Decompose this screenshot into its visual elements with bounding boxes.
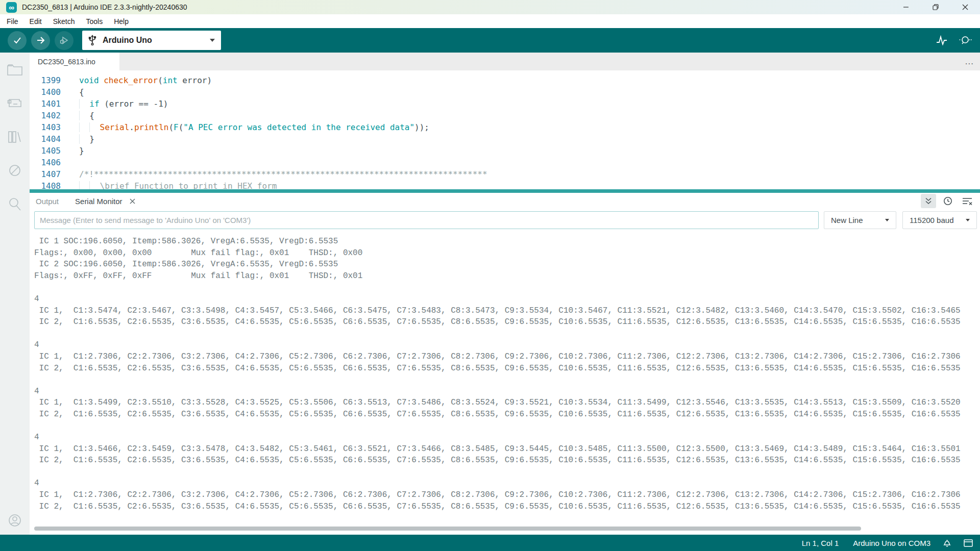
toolbar: Arduino Uno	[0, 28, 980, 53]
clear-output-button[interactable]	[960, 194, 975, 208]
serial-output-line: IC 2 SOC:196.6050, Itemp:586.3026, VregA…	[34, 259, 980, 270]
code-text: {	[61, 110, 94, 121]
line-ending-dropdown[interactable]: New Line	[824, 211, 896, 229]
code-editor[interactable]: 1399void check_error(int error)1400{1401…	[30, 70, 980, 189]
code-line: 1407/*!*********************************…	[30, 168, 980, 180]
tab-overflow-button[interactable]: ...	[965, 53, 974, 70]
serial-output-line: IC 1 SOC:196.6050, Itemp:586.3026, VregA…	[34, 236, 980, 247]
serial-output-line: Flags:, 0x00, 0x00, 0x00 Mux fail flag:,…	[34, 247, 980, 259]
search-icon	[8, 197, 22, 211]
bell-icon	[943, 538, 951, 547]
cursor-position: Ln 1, Col 1	[802, 539, 839, 547]
arduino-logo-icon: ∞	[6, 2, 17, 13]
minimize-button[interactable]	[891, 0, 921, 14]
restore-button[interactable]	[921, 0, 950, 14]
horizontal-scrollbar[interactable]	[34, 527, 861, 531]
restore-icon	[933, 4, 939, 10]
serial-output-line: 4	[34, 386, 980, 397]
close-serial-monitor-button[interactable]	[130, 198, 135, 204]
minimize-icon	[903, 4, 909, 10]
line-number: 1406	[30, 157, 61, 168]
toggle-panel-button[interactable]	[964, 539, 973, 547]
code-text: /*!*************************************…	[61, 168, 487, 180]
sidebar-item-sketchbook[interactable]	[0, 53, 30, 86]
code-line: 1404 }	[30, 133, 980, 145]
usb-icon	[88, 35, 96, 46]
serial-plotter-button[interactable]	[933, 32, 950, 49]
serial-output-line	[34, 466, 980, 478]
tab-serial-monitor-label: Serial Monitor	[75, 197, 122, 206]
notifications-button[interactable]	[943, 538, 951, 547]
serial-output-line: IC 1, C1:2.7306, C2:2.7306, C3:2.7306, C…	[34, 351, 980, 363]
code-text: void check_error(int error)	[61, 74, 212, 86]
serial-monitor-button[interactable]	[957, 32, 974, 49]
panel-resize-handle[interactable]	[30, 189, 980, 193]
serial-output-line: 4	[34, 293, 980, 305]
serial-output-line: 4	[34, 478, 980, 489]
code-line: 1408 \brief Function to print in HEX for…	[30, 180, 980, 189]
code-line: 1399void check_error(int error)	[30, 74, 980, 86]
code-text	[61, 157, 79, 168]
window-title: DC2350_6813 | Arduino IDE 2.3.3-nightly-…	[22, 3, 187, 11]
status-bar: Ln 1, Col 1 Arduino Uno on COM3	[0, 535, 980, 551]
sidebar-item-account[interactable]	[0, 509, 30, 532]
verify-button[interactable]	[8, 31, 27, 50]
line-number: 1402	[30, 110, 61, 121]
baud-rate-dropdown[interactable]: 115200 baud	[902, 211, 977, 229]
clock-icon	[943, 196, 952, 206]
serial-output-line	[34, 328, 980, 340]
menu-item-sketch[interactable]: Sketch	[47, 14, 81, 28]
tab-output[interactable]: Output	[36, 197, 59, 206]
sidebar-item-boards-manager[interactable]	[0, 86, 30, 120]
content-area: DC2350_6813.ino ... 1399void check_error…	[30, 53, 980, 535]
serial-output-line: 4	[34, 339, 980, 351]
folder-icon	[7, 62, 23, 77]
clear-output-icon	[962, 197, 972, 205]
serial-output-area[interactable]: IC 1 SOC:196.6050, Itemp:586.3026, VregA…	[34, 236, 980, 521]
arrow-right-icon	[36, 36, 45, 45]
debug-icon	[59, 35, 69, 45]
sidebar-item-search[interactable]	[0, 187, 30, 221]
line-number: 1408	[30, 180, 61, 189]
sidebar-item-debug[interactable]	[0, 154, 30, 187]
board-port-status[interactable]: Arduino Uno on COM3	[853, 539, 930, 547]
toggle-autoscroll-button[interactable]	[921, 194, 936, 208]
serial-output-line: IC 2, C1:6.5535, C2:6.5535, C3:6.5535, C…	[34, 455, 980, 466]
serial-output-line	[34, 420, 980, 432]
arduino-ide-window: ∞ DC2350_6813 | Arduino IDE 2.3.3-nightl…	[0, 0, 980, 551]
line-number: 1401	[30, 98, 61, 110]
line-number: 1403	[30, 121, 61, 133]
tab-dc2350-6813-ino[interactable]: DC2350_6813.ino	[30, 53, 119, 70]
toggle-timestamp-button[interactable]	[940, 194, 955, 208]
code-text: \brief Function to print in HEX form	[61, 180, 277, 189]
chevron-double-down-icon	[924, 197, 933, 205]
line-number: 1405	[30, 145, 61, 157]
line-number: 1404	[30, 133, 61, 145]
debug-button[interactable]	[55, 31, 74, 50]
menu-item-help[interactable]: Help	[108, 14, 134, 28]
close-icon	[130, 198, 135, 204]
debug-disabled-icon	[8, 163, 22, 178]
code-text: Serial.println(F("A PEC error was detect…	[61, 121, 429, 133]
code-line: 1403 Serial.println(F("A PEC error was d…	[30, 121, 980, 133]
tab-serial-monitor[interactable]: Serial Monitor	[75, 197, 135, 206]
line-number: 1399	[30, 74, 61, 86]
menu-item-tools[interactable]: Tools	[81, 14, 109, 28]
check-icon	[13, 36, 22, 45]
line-ending-value: New Line	[831, 216, 878, 224]
code-text: if (error == -1)	[61, 98, 168, 110]
code-text: }	[61, 133, 94, 145]
menu-item-file[interactable]: File	[1, 14, 24, 28]
bottom-panel-tabs: Output Serial Monitor	[30, 193, 980, 209]
serial-output-line	[34, 374, 980, 386]
board-selector[interactable]: Arduino Uno	[82, 31, 221, 50]
chevron-down-icon	[885, 219, 889, 221]
code-text: {	[61, 86, 84, 98]
menu-item-edit[interactable]: Edit	[24, 14, 47, 28]
serial-output-line: 4	[34, 432, 980, 443]
board-selector-label: Arduino Uno	[103, 36, 210, 45]
serial-message-input[interactable]	[34, 211, 819, 229]
sidebar-item-library-manager[interactable]	[0, 120, 30, 154]
close-button[interactable]	[950, 0, 980, 14]
upload-button[interactable]	[31, 31, 50, 50]
